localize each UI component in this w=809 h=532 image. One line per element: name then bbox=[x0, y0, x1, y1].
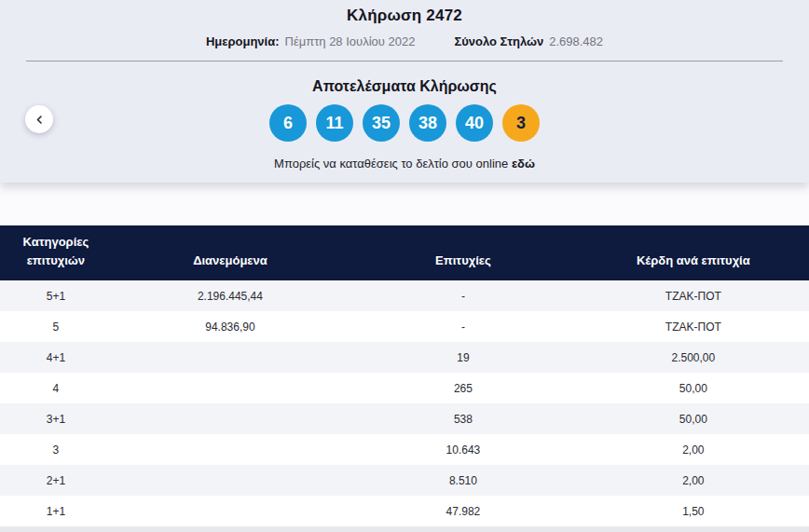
cell-winners: - bbox=[349, 290, 578, 303]
cell-prize: ΤΖΑΚ-ΠΟΤ bbox=[578, 290, 809, 303]
total-columns-label: Σύνολο Στηλών bbox=[454, 34, 543, 48]
cell-winners: 19 bbox=[349, 351, 578, 364]
previous-draw-button[interactable] bbox=[25, 105, 53, 133]
date-label: Ημερομηνία: bbox=[206, 34, 280, 48]
total-columns: Σύνολο Στηλών 2.698.482 bbox=[454, 34, 603, 48]
online-submission-note: Μπορείς να καταθέσεις το δελτίο σου onli… bbox=[0, 157, 809, 171]
cell-category: 2+1 bbox=[0, 474, 112, 487]
cell-distributed: 94.836,90 bbox=[112, 321, 349, 334]
cell-category: 4+1 bbox=[0, 351, 112, 364]
cell-category: 1+1 bbox=[0, 505, 112, 518]
draw-title: Κλήρωση 2472 bbox=[0, 0, 809, 25]
cell-category: 5 bbox=[0, 321, 112, 334]
cell-category: 3+1 bbox=[0, 413, 112, 426]
cell-prize: 1,50 bbox=[578, 505, 809, 518]
divider bbox=[26, 61, 783, 61]
table-row: 1+1 47.982 1,50 bbox=[0, 496, 809, 526]
cell-category: 3 bbox=[0, 443, 112, 457]
column-header-distributed: Διανεμόμενα bbox=[112, 252, 349, 281]
results-heading: Αποτελέσματα Κλήρωσης bbox=[0, 78, 809, 95]
table-row: 5 94.836,90 - ΤΖΑΚ-ΠΟΤ bbox=[0, 311, 809, 342]
cell-prize: 2,00 bbox=[578, 474, 809, 487]
cell-winners: 8.510 bbox=[349, 474, 578, 487]
chevron-left-icon bbox=[35, 116, 44, 124]
table-row: 2+1 8.510 2,00 bbox=[0, 465, 809, 496]
bottom-strip bbox=[0, 526, 809, 532]
winning-number-ball: 11 bbox=[316, 104, 353, 142]
spacer-section bbox=[0, 183, 809, 225]
column-header-categories: Κατηγορίες επιτυχιών bbox=[0, 233, 112, 280]
table-row: 5+1 2.196.445,44 - ΤΖΑΚ-ΠΟΤ bbox=[0, 280, 809, 311]
cell-winners: - bbox=[349, 321, 578, 334]
winning-numbers: 6 11 35 38 40 3 bbox=[0, 104, 809, 142]
cell-prize: ΤΖΑΚ-ΠΟΤ bbox=[578, 321, 809, 334]
lottery-results-page: Κλήρωση 2472 Ημερομηνία: Πέμπτη 28 Ιουλί… bbox=[0, 0, 809, 532]
draw-meta: Ημερομηνία: Πέμπτη 28 Ιουλίου 2022 Σύνολ… bbox=[0, 34, 809, 48]
cell-prize: 2,00 bbox=[578, 443, 809, 457]
winning-number-ball: 35 bbox=[363, 104, 400, 142]
column-header-prize: Κέρδη ανά επιτυχία bbox=[578, 252, 809, 281]
table-row: 4+1 19 2.500,00 bbox=[0, 342, 809, 373]
joker-number-ball: 3 bbox=[502, 104, 540, 142]
table-row: 3+1 538 50,00 bbox=[0, 403, 809, 434]
cell-category: 4 bbox=[0, 382, 112, 395]
draw-date: Ημερομηνία: Πέμπτη 28 Ιουλίου 2022 bbox=[206, 34, 415, 48]
table-row: 4 265 50,00 bbox=[0, 373, 809, 403]
cell-prize: 50,00 bbox=[578, 413, 809, 426]
cell-winners: 265 bbox=[349, 382, 578, 395]
online-submission-link[interactable]: εδώ bbox=[512, 157, 535, 171]
cell-distributed: 2.196.445,44 bbox=[112, 290, 349, 303]
cell-winners: 10.643 bbox=[349, 443, 578, 457]
date-value: Πέμπτη 28 Ιουλίου 2022 bbox=[285, 34, 416, 48]
online-note-text: Μπορείς να καταθέσεις το δελτίο σου onli… bbox=[274, 157, 508, 171]
winning-number-ball: 6 bbox=[269, 104, 307, 142]
cell-winners: 538 bbox=[349, 413, 578, 426]
cell-prize: 50,00 bbox=[578, 382, 809, 395]
cell-category: 5+1 bbox=[0, 290, 112, 303]
winning-number-ball: 40 bbox=[456, 104, 493, 142]
cell-prize: 2.500,00 bbox=[578, 351, 809, 364]
table-row: 3 10.643 2,00 bbox=[0, 434, 809, 465]
column-header-winners: Επιτυχίες bbox=[349, 252, 578, 281]
cell-winners: 47.982 bbox=[349, 505, 578, 518]
prize-table-header: Κατηγορίες επιτυχιών Διανεμόμενα Επιτυχί… bbox=[0, 225, 809, 280]
draw-panel: Κλήρωση 2472 Ημερομηνία: Πέμπτη 28 Ιουλί… bbox=[0, 0, 809, 183]
total-columns-value: 2.698.482 bbox=[549, 34, 603, 48]
winning-number-ball: 38 bbox=[409, 104, 446, 142]
prize-table: Κατηγορίες επιτυχιών Διανεμόμενα Επιτυχί… bbox=[0, 225, 809, 526]
